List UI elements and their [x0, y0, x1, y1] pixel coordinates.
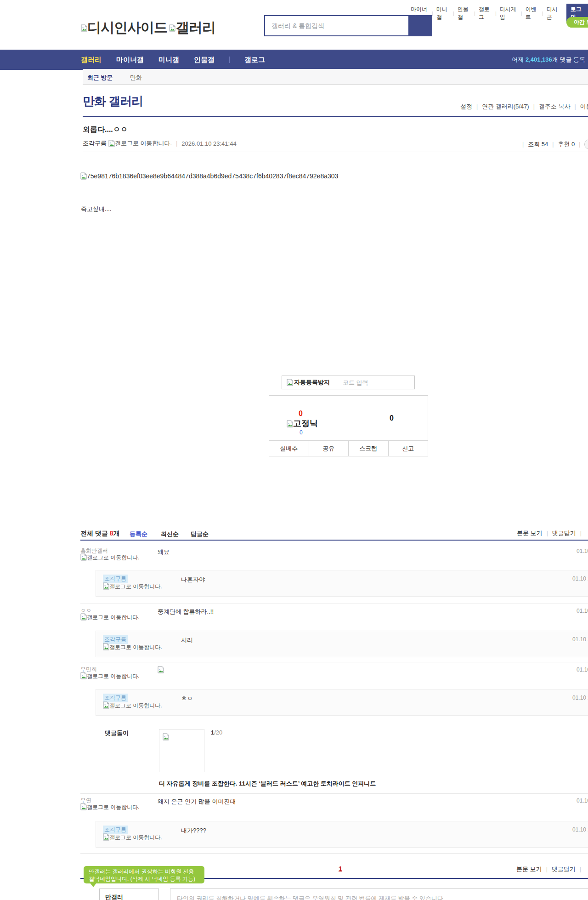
post-options-button[interactable]: [584, 139, 588, 149]
top-link-dccon[interactable]: 디시콘: [547, 6, 560, 21]
divider: |: [492, 11, 500, 16]
reply-text: ㅎㅇ: [181, 695, 193, 703]
report-button[interactable]: 신고: [389, 441, 428, 456]
reply-row: 조각구름 갤로그로 이동합니다. ㅎㅇ 01.10 2: [96, 689, 588, 716]
reply-text: 나혼자야: [181, 575, 205, 584]
comment-bot-label: 댓글돌이: [105, 729, 129, 737]
scrap-button[interactable]: 스크랩: [349, 441, 389, 456]
usage-guide-link[interactable]: 이용: [580, 103, 588, 111]
gallog-alt-text[interactable]: 갤로그로 이동합니다.: [115, 139, 172, 148]
comment-textarea[interactable]: [177, 894, 588, 900]
logo-site-text: 디시인사이드: [87, 18, 167, 37]
divider: |: [543, 530, 552, 536]
divider: |: [576, 866, 585, 872]
ad-page-indicator: 1/20: [211, 729, 222, 736]
search-input[interactable]: [265, 16, 408, 35]
site-logo[interactable]: 디시인사이드 갤러리: [81, 18, 215, 37]
nav-mini-gallery[interactable]: 미니갤: [158, 56, 179, 64]
breadcrumb-current-gallery[interactable]: 만화: [130, 74, 142, 82]
comment-author-gallog[interactable]: 갤로그로 이동합니다.: [80, 553, 141, 561]
comment-date: 01.10: [577, 666, 588, 673]
search-button[interactable]: [408, 15, 432, 36]
night-mode-toggle[interactable]: 야간 모: [566, 17, 588, 28]
close-comments-link[interactable]: 댓글닫기: [552, 529, 576, 537]
top-link-person-gallery[interactable]: 인물갤: [458, 6, 471, 21]
comment-author-gallog[interactable]: 갤로그로 이동합니다.: [80, 672, 141, 680]
broken-image-icon: [103, 583, 109, 590]
post-title: 외롭다....ㅇㅇ: [83, 125, 128, 135]
divider: |: [548, 141, 558, 148]
nav-gallery[interactable]: 갤러리: [81, 56, 102, 64]
downvote-count: 0: [390, 414, 394, 422]
pagination-page-1[interactable]: 1: [339, 865, 342, 872]
gallery-settings-link[interactable]: 설정: [460, 103, 472, 111]
copy-gallery-address-link[interactable]: 갤주소 복사: [539, 103, 571, 111]
breadcrumb-recent-label[interactable]: 최근 방문: [87, 74, 113, 82]
reply-row: 조각구름 갤로그로 이동합니다. 내가???? 01.10 2: [96, 821, 588, 848]
broken-image-icon: [80, 172, 87, 180]
write-comment-link[interactable]: 댓글달기: [552, 865, 576, 873]
nav-person-gallery[interactable]: 인물갤: [194, 56, 215, 64]
silbechu-button[interactable]: 실베추: [269, 441, 309, 456]
share-button[interactable]: 공유: [309, 441, 349, 456]
fixed-nick-upvote-count: 0: [300, 429, 303, 436]
nickname-input[interactable]: [105, 894, 151, 900]
post-date: 2026.01.10 23:41:44: [181, 140, 236, 147]
broken-image-icon: [158, 666, 164, 673]
comment-text: 왜요: [158, 548, 170, 556]
comment-date: 01.10: [577, 608, 588, 614]
reply-author-gallog[interactable]: 갤로그로 이동합니다.: [103, 701, 164, 709]
divider: [80, 853, 588, 854]
vote-box: 0 고정닉 0 0 실베추 공유 스크랩 신고: [269, 395, 428, 456]
divider: [83, 116, 588, 117]
comment-date: 01.10: [577, 548, 588, 554]
view-post-link[interactable]: 본문 보기: [517, 529, 543, 537]
ad-caption-link[interactable]: 더 자유롭게 장비를 조합한다. 11시즌 ‘블러드 러스트’ 예고한 토치라이…: [159, 780, 376, 788]
captcha-box: 자동등록방지: [282, 376, 415, 389]
top-link-mini-gallery[interactable]: 미니갤: [436, 6, 450, 21]
reply-date: 01.10 2: [572, 826, 588, 833]
view-post-link[interactable]: 본문 보기: [516, 865, 542, 873]
sort-registered-tab[interactable]: 등록순: [130, 530, 147, 538]
top-link-event[interactable]: 이벤트: [526, 6, 539, 21]
top-link-dcgame[interactable]: 디시게임: [500, 6, 518, 21]
nav-gallog[interactable]: 갤로그: [244, 56, 265, 64]
comment-author-gallog[interactable]: 갤로그로 이동합니다.: [80, 613, 141, 621]
comments-total: 전체 댓글 8개: [80, 530, 120, 538]
post-author-row: 조각구름 갤로그로 이동합니다. | 2026.01.10 23:41:44: [83, 139, 237, 148]
related-galleries-link[interactable]: 연관 갤러리(5/47): [482, 103, 529, 111]
captcha-code-input[interactable]: [343, 379, 393, 386]
divider: |: [518, 141, 528, 148]
comment-author-gallog[interactable]: 갤로그로 이동합니다.: [80, 803, 141, 811]
comment-field-box: [170, 889, 588, 900]
broken-image-icon: [169, 24, 175, 32]
reply-date: 01.10 2: [572, 695, 588, 701]
reply-author-gallog[interactable]: 갤로그로 이동합니다.: [103, 643, 164, 651]
sort-newest-tab[interactable]: 최신순: [161, 530, 179, 538]
nickname-field-box: [99, 889, 159, 900]
nav-minor-gallery[interactable]: 마이너갤: [116, 56, 144, 64]
divider: |: [472, 103, 482, 110]
gallery-header-links: 설정| 연관 갤러리(5/47)| 갤주소 복사| 이용: [460, 103, 588, 111]
post-meta-row: | 조회 54 | 추천 0 |: [518, 139, 588, 149]
reply-author-gallog[interactable]: 갤로그로 이동합니다.: [103, 582, 164, 590]
divider: [80, 540, 588, 541]
divider: [80, 721, 588, 721]
sort-reply-tab[interactable]: 답글순: [191, 530, 209, 538]
fixed-nick-upvote[interactable]: 고정닉: [287, 418, 318, 429]
divider: [83, 152, 588, 152]
ad-banner-image[interactable]: [159, 729, 204, 772]
vote-button-row: 실베추 공유 스크랩 신고: [269, 440, 428, 456]
bottom-actions: 본문 보기 | 댓글달기 |: [516, 865, 585, 873]
top-link-gallog[interactable]: 갤로그: [479, 6, 492, 21]
page: { "topbar": { "links": ["마이너갤", "미니갤", "…: [0, 0, 588, 900]
reply-author-gallog[interactable]: 갤로그로 이동합니다.: [103, 833, 164, 841]
tooltip-line1: 만갤러는 갤러리에서 권장하는 비회원 전용: [89, 868, 199, 875]
divider: [229, 57, 230, 63]
comments-count: 8: [110, 530, 113, 537]
comment-broken-image: [158, 666, 164, 674]
broken-image-icon: [287, 378, 293, 387]
divider: |: [450, 11, 458, 16]
tooltip-pointer: [90, 883, 96, 887]
post-author[interactable]: 조각구름: [83, 139, 107, 148]
